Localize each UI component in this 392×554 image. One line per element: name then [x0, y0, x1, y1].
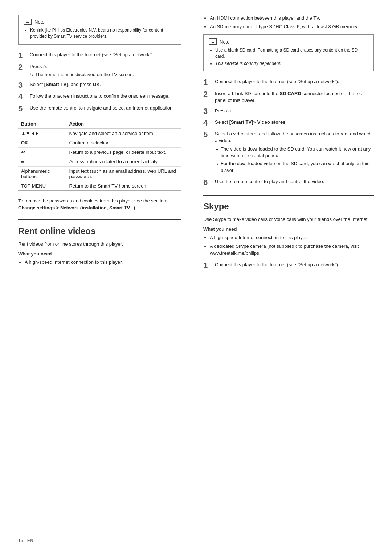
btn-nav: ▲▼◄► [18, 128, 66, 138]
note-header-2: Note [209, 38, 368, 45]
home-icon-3: ⌂. [228, 107, 233, 115]
note-list-1: Koninklijke Philips Electronics N.V. bea… [24, 27, 176, 40]
sub-item-row-1: ↳ For the downloaded video on the SD car… [215, 160, 374, 173]
action-back: Return to a previous page, or delete inp… [66, 147, 181, 157]
footer-note-link2: Network (installation, Smart TV...) [59, 205, 135, 210]
rent-intro: Rent videos from online stores through t… [18, 241, 181, 248]
note2-item-0: Use a blank SD card. Formatting a SD car… [215, 47, 368, 59]
step-num-5: 5 [18, 104, 26, 113]
rent-section-heading: Rent online videos [18, 226, 181, 236]
left-step-2: 2 Press ⌂. ↳ The home menu is displayed … [18, 63, 181, 78]
skype-bullets: A high-speed Internet connection to this… [203, 234, 374, 257]
skype-heading: Skype [203, 201, 374, 212]
skype-bullet-0: A high-speed Internet connection to this… [210, 234, 374, 241]
action-top-menu: Return to the Smart TV home screen. [66, 181, 181, 190]
left-step-3: 3 Select [Smart TV], and press OK. [18, 81, 181, 90]
table-header-row: Button Action [18, 119, 181, 128]
col-button: Button [18, 119, 66, 128]
skype-step-1: 1 Connect this player to the Internet (s… [203, 261, 374, 270]
btn-alpha: Alphanumeric buttons [18, 166, 66, 181]
section-divider-2 [203, 195, 374, 196]
left-step-5: 5 Use the remote control to navigate and… [18, 104, 181, 113]
step5-main-text: Select a video store, and follow the ons… [215, 131, 371, 144]
step-content-3: Select [Smart TV], and press OK. [30, 81, 101, 88]
right-step-content-4: Select [Smart TV]> Video stores. [215, 119, 287, 126]
press-text-2: Press [30, 64, 42, 69]
right-step-1: 1 Connect this player to the Internet (s… [203, 78, 374, 87]
left-steps-list: 1 Connect this player to the Internet (s… [18, 51, 181, 113]
button-action-table: Button Action ▲▼◄► Navigate and select a… [18, 119, 181, 191]
sub-item-row-0: ↳ The video is downloaded to the SD card… [215, 146, 374, 159]
page-footer: 16 EN [18, 538, 33, 543]
sub-text-5-1: For the downloaded video on the SD card,… [221, 160, 374, 173]
table-row: TOP MENU Return to the Smart TV home scr… [18, 181, 181, 190]
step-content-1: Connect this player to the Internet (see… [30, 51, 154, 58]
section-divider-1 [18, 219, 181, 220]
table-row: ≡ Access options related to a current ac… [18, 157, 181, 166]
step-num-4: 4 [18, 93, 26, 101]
note-list-2: Use a blank SD card. Formatting a SD car… [209, 47, 368, 66]
note-label-1: Note [34, 19, 44, 25]
step-2-sub: ↳ The home menu is displayed on the TV s… [30, 71, 134, 78]
note-header-1: Note [24, 19, 176, 25]
right-step-content-2: Insert a blank SD card into the SD CARD … [215, 90, 374, 104]
right-step-num-2: 2 [203, 90, 211, 99]
right-bullet-0: An HDMI connection between this player a… [210, 15, 374, 22]
note-box-1: Note Koninklijke Philips Electronics N.V… [18, 15, 181, 45]
right-step-content-3: Press ⌂. [215, 107, 233, 115]
action-ok: Confirm a selection. [66, 138, 181, 147]
skype-bullet-1: A dedicated Skype camera (not supplied):… [210, 243, 374, 257]
arrow-2: ↳ [30, 71, 34, 78]
table-head: Button Action [18, 119, 181, 128]
table-body: ▲▼◄► Navigate and select an a service or… [18, 128, 181, 190]
skype-intro: Use Skype to make video calls or voice c… [203, 216, 374, 223]
col-action: Action [66, 119, 181, 128]
press-text-3: Press [215, 108, 227, 114]
right-step-num-1: 1 [203, 78, 211, 87]
arrow-5-0: ↳ [215, 146, 219, 159]
right-bullet-1: An SD memory card of type SDHC Class 6, … [210, 23, 374, 30]
skype-step-num-1: 1 [203, 261, 211, 270]
step2-bold: SD CARD [280, 91, 301, 96]
action-nav: Navigate and select an a service or item… [66, 128, 181, 138]
right-step-content-6: Use the remote control to play and contr… [215, 178, 324, 185]
footer-note-link1: Change settings > [18, 205, 59, 210]
right-step-6: 6 Use the remote control to play and con… [203, 178, 374, 187]
right-step-num-5: 5 [203, 130, 211, 139]
step-2-sub-text: The home menu is displayed on the TV scr… [35, 71, 134, 78]
step-num-2: 2 [18, 63, 26, 71]
right-step-content-1: Connect this player to the Internet (see… [215, 78, 339, 85]
right-top-bullets: An HDMI connection between this player a… [203, 15, 374, 30]
home-icon-2: ⌂. [43, 63, 48, 70]
left-column: Note Koninklijke Philips Electronics N.V… [18, 15, 196, 539]
right-step-num-3: 3 [203, 107, 211, 116]
footer-note-text: To remove the passwords and cookies from… [18, 197, 181, 212]
skype-step-content-1: Connect this player to the Internet (see… [215, 261, 339, 268]
rent-what-you-need: What you need [18, 251, 181, 257]
note-icon-1 [24, 19, 32, 25]
action-alpha: Input text (such as an email address, we… [66, 166, 181, 181]
right-step-4: 4 Select [Smart TV]> Video stores. [203, 119, 374, 127]
action-options: Access options related to a current acti… [66, 157, 181, 166]
table-row: Alphanumeric buttons Input text (such as… [18, 166, 181, 181]
table-row: ▲▼◄► Navigate and select an a service or… [18, 128, 181, 138]
note-label-2: Note [220, 39, 229, 45]
btn-options: ≡ [18, 157, 66, 166]
table-row: ↩ Return to a previous page, or delete i… [18, 147, 181, 157]
step-num-1: 1 [18, 51, 26, 60]
step-content-2: Press ⌂. ↳ The home menu is displayed on… [30, 63, 134, 78]
step2-text: Insert a blank SD card into the [215, 91, 278, 96]
rent-bullets: A high-speed Internet connection to this… [18, 259, 181, 266]
left-step-1: 1 Connect this player to the Internet (s… [18, 51, 181, 60]
sub-text-5-0: The video is downloaded to the SD card. … [221, 146, 374, 159]
page: Note Koninklijke Philips Electronics N.V… [0, 0, 392, 554]
rent-bullet-0: A high-speed Internet connection to this… [25, 259, 181, 266]
arrow-5-1: ↳ [215, 160, 219, 173]
right-step-2: 2 Insert a blank SD card into the SD CAR… [203, 90, 374, 104]
right-step-content-5: Select a video store, and follow the ons… [215, 130, 374, 175]
btn-back: ↩ [18, 147, 66, 157]
note2-item-1: This service is country dependent. [215, 61, 368, 67]
note-icon-2 [209, 38, 217, 45]
right-step-num-6: 6 [203, 178, 211, 187]
right-step-num-4: 4 [203, 119, 211, 127]
